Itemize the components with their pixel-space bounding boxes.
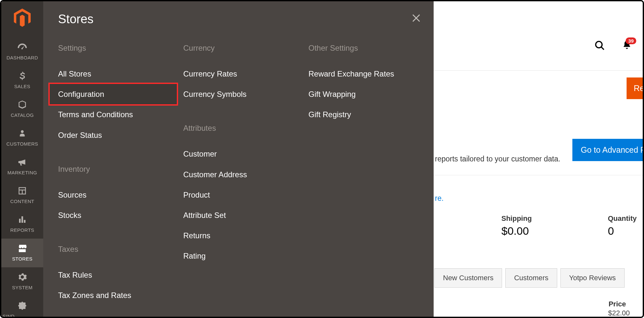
tab-customers[interactable]: Customers xyxy=(505,268,557,288)
link-sources[interactable]: Sources xyxy=(54,185,183,205)
rail-reports[interactable]: REPORTS xyxy=(1,210,43,239)
rail-label: MARKETING xyxy=(7,170,37,175)
price-header: Price xyxy=(609,300,626,308)
flyout-column-currency: Currency Currency Rates Currency Symbols… xyxy=(183,41,308,306)
close-icon xyxy=(410,12,422,24)
gear-icon xyxy=(16,271,28,283)
admin-rail: DASHBOARD SALES CATALOG CUSTOMERS MARKET… xyxy=(1,1,43,317)
rail-stores[interactable]: STORES xyxy=(1,239,43,267)
advanced-reporting-button[interactable]: Go to Advanced Re xyxy=(572,139,643,161)
bars-icon xyxy=(16,214,28,225)
here-link[interactable]: re. xyxy=(435,194,444,203)
layout-icon xyxy=(16,185,28,197)
rail-label: CATALOG xyxy=(11,112,34,118)
rail-catalog[interactable]: CATALOG xyxy=(1,95,43,124)
search-button[interactable] xyxy=(594,40,605,51)
link-attr-customer-address[interactable]: Customer Address xyxy=(179,164,308,185)
link-gift-wrapping[interactable]: Gift Wrapping xyxy=(304,84,434,104)
flyout-title: Stores xyxy=(43,1,434,26)
link-tax-rules[interactable]: Tax Rules xyxy=(54,265,183,285)
rail-sales[interactable]: SALES xyxy=(1,66,43,95)
link-all-stores[interactable]: All Stores xyxy=(54,64,183,84)
stat-value: 0 xyxy=(608,225,637,237)
link-attr-customer[interactable]: Customer xyxy=(179,144,308,164)
rail-label: SIND PARTNERS xyxy=(3,313,42,318)
flyout-column-settings: Settings All Stores Configuration Terms … xyxy=(58,41,183,306)
rail-marketing[interactable]: MARKETING xyxy=(1,152,43,181)
flyout-column-other: Other Settings Reward Exchange Rates Gif… xyxy=(308,41,434,306)
group-heading: Currency xyxy=(183,44,308,53)
rail-find-partners[interactable]: SIND PARTNERS xyxy=(1,296,43,318)
dollar-icon xyxy=(16,70,28,82)
dashboard-tabs: New Customers Customers Yotpo Reviews xyxy=(434,268,625,288)
link-stocks[interactable]: Stocks xyxy=(54,205,183,225)
link-tax-zones[interactable]: Tax Zones and Rates xyxy=(54,285,183,305)
group-heading: Attributes xyxy=(183,124,308,133)
tailored-text: reports tailored to your customer data. xyxy=(435,155,560,163)
tab-new-customers[interactable]: New Customers xyxy=(434,268,502,288)
link-currency-symbols[interactable]: Currency Symbols xyxy=(179,84,308,104)
stat-quantity: Quantity 0 xyxy=(608,214,637,237)
link-configuration[interactable]: Configuration xyxy=(50,84,177,104)
rail-label: REPORTS xyxy=(10,227,34,233)
rail-label: SALES xyxy=(14,84,30,89)
rail-dashboard[interactable]: DASHBOARD xyxy=(1,37,43,66)
stat-value: $0.00 xyxy=(501,225,532,237)
link-currency-rates[interactable]: Currency Rates xyxy=(179,64,308,84)
link-attr-product[interactable]: Product xyxy=(179,185,308,205)
magento-logo-icon xyxy=(12,8,32,28)
search-icon xyxy=(594,40,605,51)
link-attr-returns[interactable]: Returns xyxy=(179,225,308,246)
gauge-icon xyxy=(16,41,28,53)
dashboard-content: 39 Re Go to Advanced Re reports tailored… xyxy=(434,1,643,317)
divider xyxy=(434,70,643,71)
rail-content[interactable]: CONTENT xyxy=(1,181,43,210)
link-attr-rating[interactable]: Rating xyxy=(179,246,308,266)
rail-label: STORES xyxy=(12,256,32,262)
person-icon xyxy=(16,128,28,139)
tab-yotpo-reviews[interactable]: Yotpo Reviews xyxy=(560,268,625,288)
svg-point-0 xyxy=(596,41,602,48)
divider xyxy=(434,175,643,175)
box-icon xyxy=(16,99,28,110)
group-heading: Inventory xyxy=(58,165,183,174)
stat-shipping: Shipping $0.00 xyxy=(501,214,532,237)
reload-button[interactable]: Re xyxy=(627,77,643,99)
rail-label: CONTENT xyxy=(10,199,35,204)
store-icon xyxy=(16,242,28,254)
link-gift-registry[interactable]: Gift Registry xyxy=(304,104,434,125)
notifications-button[interactable]: 39 xyxy=(622,40,632,51)
notification-badge: 39 xyxy=(626,37,636,44)
rail-customers[interactable]: CUSTOMERS xyxy=(1,124,43,152)
group-heading: Taxes xyxy=(58,245,183,254)
stores-flyout: Stores Settings All Stores Configuration… xyxy=(43,1,434,317)
stat-label: Quantity xyxy=(608,214,637,223)
puzzle-icon xyxy=(16,300,28,312)
rail-label: SYSTEM xyxy=(12,285,32,290)
price-value: $22.00 xyxy=(608,309,630,317)
link-reward-exchange[interactable]: Reward Exchange Rates xyxy=(304,64,434,84)
rail-label: CUSTOMERS xyxy=(6,141,38,147)
close-button[interactable] xyxy=(410,12,422,24)
stat-label: Shipping xyxy=(501,214,532,223)
link-terms-conditions[interactable]: Terms and Conditions xyxy=(54,104,183,125)
megaphone-icon xyxy=(16,156,28,168)
group-heading: Settings xyxy=(58,44,183,53)
rail-system[interactable]: SYSTEM xyxy=(1,267,43,296)
group-heading: Other Settings xyxy=(308,44,434,53)
rail-label: DASHBOARD xyxy=(6,55,38,60)
link-order-status[interactable]: Order Status xyxy=(54,125,183,145)
link-attr-attribute-set[interactable]: Attribute Set xyxy=(179,205,308,225)
